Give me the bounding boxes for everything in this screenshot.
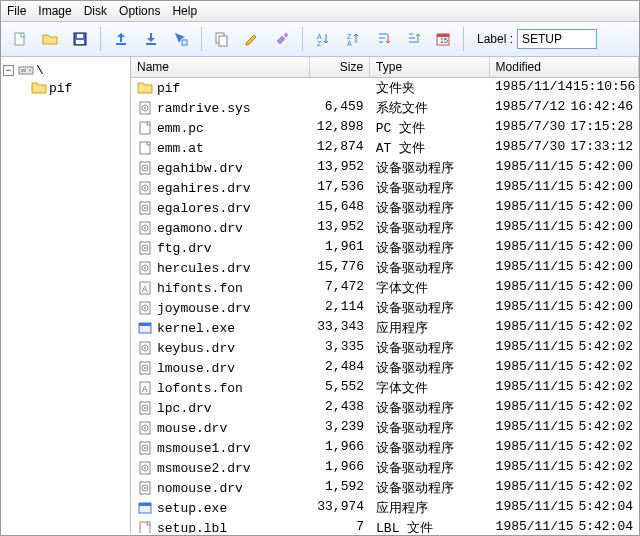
menu-options[interactable]: Options	[119, 4, 160, 18]
file-modified: 1985/11/155:42:00	[490, 199, 639, 217]
table-row[interactable]: emm.at12,874AT 文件1985/7/3017:33:12	[131, 138, 639, 158]
select-button[interactable]	[168, 26, 194, 52]
file-modified: 1985/11/155:42:04	[490, 499, 639, 517]
svg-rect-47	[139, 323, 151, 326]
table-row[interactable]: lmouse.drv2,484设备驱动程序1985/11/155:42:02	[131, 358, 639, 378]
file-icon	[137, 520, 153, 533]
table-row[interactable]: setup.exe33,974应用程序1985/11/155:42:04	[131, 498, 639, 518]
save-button[interactable]	[67, 26, 93, 52]
table-row[interactable]: msmouse1.drv1,966设备驱动程序1985/11/155:42:02	[131, 438, 639, 458]
label-input[interactable]	[517, 29, 597, 49]
paint-button[interactable]	[269, 26, 295, 52]
file-modified: 1985/11/155:42:00	[490, 299, 639, 317]
svg-text:A: A	[347, 40, 352, 47]
export-button[interactable]	[108, 26, 134, 52]
file-modified: 1985/7/3017:15:28	[489, 119, 639, 137]
svg-point-17	[29, 70, 31, 72]
file-icon	[137, 120, 153, 136]
file-type: 应用程序	[370, 319, 490, 337]
table-row[interactable]: mouse.drv3,239设备驱动程序1985/11/155:42:02	[131, 418, 639, 438]
table-row[interactable]: pif文件夹1985/11/1415:10:56	[131, 78, 639, 98]
table-row[interactable]: egamono.drv13,952设备驱动程序1985/11/155:42:00	[131, 218, 639, 238]
file-modified: 1985/11/155:42:00	[490, 219, 639, 237]
tree-child-node[interactable]: pif	[3, 79, 128, 97]
file-modified: 1985/11/155:42:02	[490, 339, 639, 357]
svg-point-67	[144, 467, 146, 469]
table-row[interactable]: setup.lbl7LBL 文件1985/11/155:42:04	[131, 518, 639, 533]
file-size: 6,459	[310, 99, 370, 117]
file-size: 12,898	[310, 119, 370, 137]
import-button[interactable]	[138, 26, 164, 52]
menu-help[interactable]: Help	[172, 4, 197, 18]
file-name: pif	[157, 81, 180, 96]
file-size: 7	[310, 519, 370, 533]
open-icon	[42, 31, 58, 47]
tree-root-node[interactable]: − \	[3, 61, 128, 79]
svg-text:15: 15	[440, 37, 448, 44]
table-row[interactable]: emm.pc12,898PC 文件1985/7/3017:15:28	[131, 118, 639, 138]
table-row[interactable]: msmouse2.drv1,966设备驱动程序1985/11/155:42:02	[131, 458, 639, 478]
table-row[interactable]: joymouse.drv2,114设备驱动程序1985/11/155:42:00	[131, 298, 639, 318]
table-row[interactable]: kernel.exe33,343应用程序1985/11/155:42:02	[131, 318, 639, 338]
file-size: 2,114	[310, 299, 370, 317]
svg-rect-3	[77, 34, 83, 38]
file-list[interactable]: Name Size Type Modified pif文件夹1985/11/14…	[131, 57, 639, 533]
sys-icon	[137, 420, 153, 436]
table-row[interactable]: lpc.drv2,438设备驱动程序1985/11/155:42:02	[131, 398, 639, 418]
file-size: 3,239	[310, 419, 370, 437]
col-header-name[interactable]: Name	[131, 57, 310, 77]
table-row[interactable]: egalores.drv15,648设备驱动程序1985/11/155:42:0…	[131, 198, 639, 218]
col-header-size[interactable]: Size	[310, 57, 370, 77]
menu-file[interactable]: File	[7, 4, 26, 18]
file-name: setup.exe	[157, 501, 227, 516]
table-row[interactable]: nomouse.drv1,592设备驱动程序1985/11/155:42:02	[131, 478, 639, 498]
svg-text:A: A	[317, 33, 322, 40]
table-row[interactable]: ftg.drv1,961设备驱动程序1985/11/155:42:00	[131, 238, 639, 258]
col-header-modified[interactable]: Modified	[490, 57, 639, 77]
svg-rect-22	[140, 142, 150, 154]
file-modified: 1985/11/155:42:02	[490, 319, 639, 337]
sys-icon	[137, 360, 153, 376]
file-name: egahibw.drv	[157, 161, 243, 176]
table-row[interactable]: keybus.drv3,335设备驱动程序1985/11/155:42:02	[131, 338, 639, 358]
sort-za-button[interactable]: ZA	[340, 26, 366, 52]
file-modified: 1985/11/155:42:02	[490, 399, 639, 417]
col-header-type[interactable]: Type	[370, 57, 490, 77]
file-size: 2,438	[310, 399, 370, 417]
sort-down-button[interactable]	[370, 26, 396, 52]
new-button[interactable]	[7, 26, 33, 52]
folder-tree[interactable]: − \ pif	[1, 57, 131, 533]
table-row[interactable]: ramdrive.sys6,459系统文件1985/7/1216:42:46	[131, 98, 639, 118]
folder-icon	[31, 80, 47, 96]
file-size	[310, 79, 370, 97]
file-size: 12,874	[310, 139, 370, 157]
sort-up-button[interactable]	[400, 26, 426, 52]
file-modified: 1985/11/155:42:02	[490, 439, 639, 457]
table-row[interactable]: Ahifonts.fon7,472字体文件1985/11/155:42:00	[131, 278, 639, 298]
file-size: 17,536	[310, 179, 370, 197]
sys-icon	[137, 160, 153, 176]
open-button[interactable]	[37, 26, 63, 52]
menu-image[interactable]: Image	[38, 4, 71, 18]
edit-button[interactable]	[239, 26, 265, 52]
svg-point-25	[144, 167, 146, 169]
sys-icon	[137, 400, 153, 416]
file-size: 33,343	[310, 319, 370, 337]
edit-icon	[244, 31, 260, 47]
menu-disk[interactable]: Disk	[84, 4, 107, 18]
file-type: 设备驱动程序	[370, 439, 490, 457]
table-row[interactable]: Alofonts.fon5,552字体文件1985/11/155:42:02	[131, 378, 639, 398]
table-row[interactable]: hercules.drv15,776设备驱动程序1985/11/155:42:0…	[131, 258, 639, 278]
file-name: ramdrive.sys	[157, 101, 251, 116]
font-icon: A	[137, 380, 153, 396]
file-type: 设备驱动程序	[370, 259, 490, 277]
copy-button[interactable]	[209, 26, 235, 52]
file-modified: 1985/11/155:42:00	[490, 159, 639, 177]
file-type: 设备驱动程序	[370, 239, 490, 257]
calendar-button[interactable]: 15	[430, 26, 456, 52]
table-row[interactable]: egahires.drv17,536设备驱动程序1985/11/155:42:0…	[131, 178, 639, 198]
table-row[interactable]: egahibw.drv13,952设备驱动程序1985/11/155:42:00	[131, 158, 639, 178]
collapse-icon[interactable]: −	[3, 65, 14, 76]
sort-az-button[interactable]: AZ	[310, 26, 336, 52]
file-size: 5,552	[310, 379, 370, 397]
